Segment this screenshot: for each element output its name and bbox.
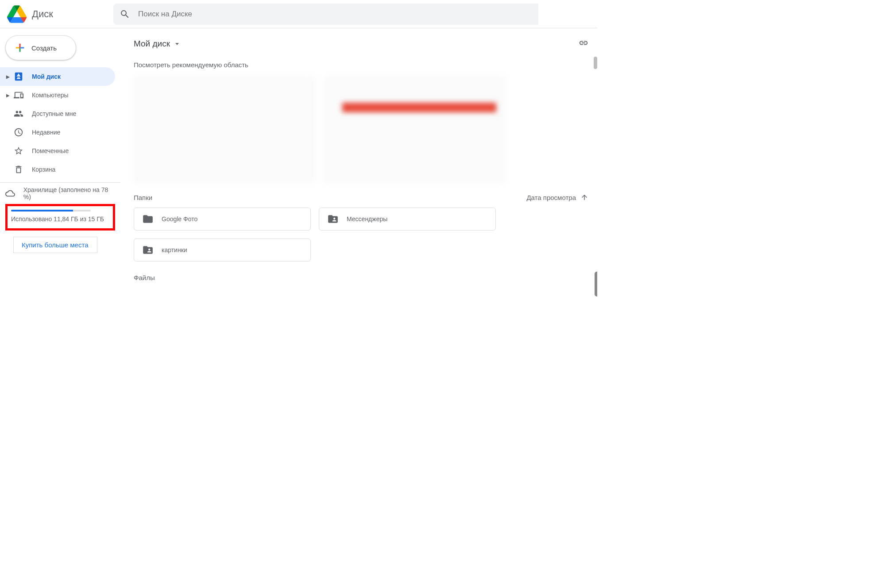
- suggested-row: [134, 77, 588, 183]
- plus-icon: [14, 42, 26, 54]
- create-button-label: Создать: [31, 44, 57, 52]
- folder-name: Мессенджеры: [347, 215, 387, 223]
- storage-title: Хранилище (заполнено на 78 %): [23, 186, 112, 200]
- main-header: Мой диск: [134, 35, 588, 53]
- drive-icon: [13, 71, 24, 82]
- nav-label: Компьютеры: [32, 92, 110, 99]
- nav-item-storage[interactable]: Хранилище (заполнено на 78 %): [5, 186, 112, 200]
- nav-item-trash[interactable]: Корзина: [0, 160, 115, 179]
- shared-icon: [13, 108, 24, 119]
- buy-storage-button[interactable]: Купить больше места: [13, 237, 97, 254]
- suggested-title: Посмотреть рекомендуемую область: [134, 61, 588, 69]
- trash-icon: [13, 164, 24, 175]
- folder-grid: Google Фото Мессенджеры картинки: [134, 208, 588, 261]
- nav-label: Мой диск: [32, 73, 110, 80]
- nav-item-shared[interactable]: Доступные мне: [0, 104, 115, 123]
- drive-logo-icon: [7, 4, 27, 24]
- sort-label: Дата просмотра: [526, 194, 576, 201]
- storage-used-text: Использовано 11,84 ГБ из 15 ГБ: [11, 215, 108, 224]
- search-bar[interactable]: [113, 4, 538, 25]
- create-button[interactable]: Создать: [5, 35, 76, 60]
- breadcrumb-label: Мой диск: [134, 39, 170, 49]
- folder-name: картинки: [162, 246, 187, 254]
- app-name: Диск: [32, 8, 53, 20]
- storage-progress-fill: [11, 210, 73, 211]
- search-input[interactable]: [138, 10, 532, 19]
- chevron-right-icon: ▶: [5, 74, 11, 79]
- nav-item-starred[interactable]: Помеченные: [0, 142, 115, 160]
- shared-folder-icon: [142, 244, 154, 256]
- breadcrumb[interactable]: Мой диск: [134, 39, 182, 49]
- nav-label: Помеченные: [32, 147, 110, 154]
- folders-header: Папки Дата просмотра: [134, 193, 588, 201]
- folder-card[interactable]: Google Фото: [134, 208, 311, 231]
- divider: [0, 182, 120, 183]
- link-icon: [579, 38, 588, 48]
- star-icon: [13, 146, 24, 156]
- scroll-thumb[interactable]: [595, 272, 597, 296]
- recent-icon: [13, 127, 24, 138]
- folder-card[interactable]: Мессенджеры: [319, 208, 496, 231]
- shared-folder-icon: [327, 213, 339, 225]
- dropdown-icon: [173, 39, 182, 48]
- folder-name: Google Фото: [162, 215, 197, 223]
- suggested-card[interactable]: [324, 77, 506, 183]
- cloud-icon: [5, 188, 15, 198]
- arrow-up-icon: [580, 193, 588, 201]
- scroll-indicator[interactable]: [594, 57, 597, 69]
- nav-item-computers[interactable]: ▶ Компьютеры: [0, 86, 115, 104]
- devices-icon: [13, 90, 24, 100]
- get-link-button[interactable]: [579, 38, 588, 50]
- sidebar: Создать ▶ Мой диск ▶ Компьютеры Доступны…: [0, 28, 120, 397]
- files-title: Файлы: [134, 274, 588, 281]
- nav-item-recent[interactable]: Недавние: [0, 123, 115, 142]
- search-icon: [120, 9, 130, 19]
- chevron-right-icon: ▶: [5, 93, 11, 98]
- storage-progress-bar: [11, 210, 91, 211]
- folders-title: Папки: [134, 194, 152, 201]
- nav-item-my-drive[interactable]: ▶ Мой диск: [0, 67, 115, 86]
- suggested-card[interactable]: [134, 77, 315, 183]
- logo-area[interactable]: Диск: [7, 4, 113, 24]
- nav-label: Недавние: [32, 129, 110, 136]
- app-header: Диск: [0, 0, 597, 28]
- sort-control[interactable]: Дата просмотра: [526, 193, 588, 201]
- main-content: Мой диск Посмотреть рекомендуемую област…: [120, 28, 597, 397]
- storage-highlight: Использовано 11,84 ГБ из 15 ГБ: [5, 204, 115, 231]
- nav-label: Корзина: [32, 166, 110, 173]
- folder-icon: [142, 213, 154, 225]
- folder-card[interactable]: картинки: [134, 238, 311, 261]
- nav-label: Доступные мне: [32, 110, 110, 117]
- storage-section: Хранилище (заполнено на 78 %) Использова…: [0, 186, 120, 253]
